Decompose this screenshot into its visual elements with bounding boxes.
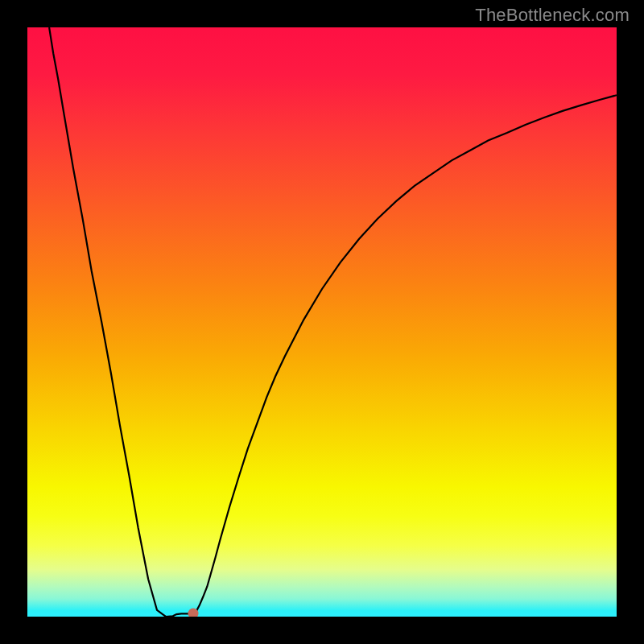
plot-area (27, 27, 617, 617)
chart-stage: TheBottleneck.com (0, 0, 644, 644)
optimal-point-marker (188, 609, 198, 617)
watermark-text: TheBottleneck.com (475, 5, 630, 26)
bottleneck-curve (27, 27, 617, 617)
curve-path (49, 27, 617, 617)
